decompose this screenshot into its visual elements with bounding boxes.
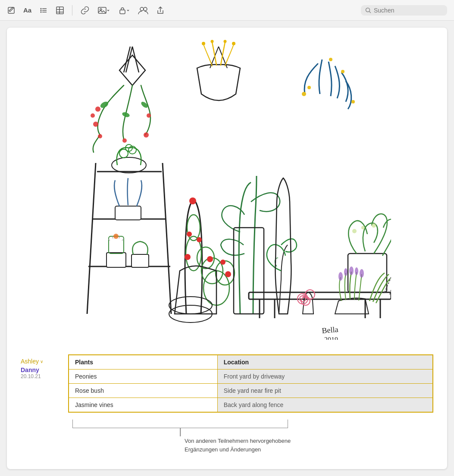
bracket-line — [72, 420, 288, 428]
svg-point-23 — [95, 106, 100, 112]
svg-point-1 — [41, 8, 42, 9]
svg-point-14 — [140, 7, 144, 11]
table-row: Peonies Front yard by driveway — [69, 370, 433, 384]
plant-cell-2: Jasmine vines — [69, 398, 217, 413]
separator-1 — [72, 5, 72, 16]
link-icon[interactable] — [80, 6, 90, 15]
lock-icon[interactable] — [118, 6, 130, 15]
search-input[interactable] — [374, 7, 443, 14]
svg-point-84 — [372, 223, 376, 228]
svg-point-29 — [147, 113, 151, 118]
svg-rect-13 — [120, 10, 125, 14]
bracket-area: Von anderen Teilnehmern hervorgehobene E… — [21, 420, 433, 454]
edit-icon[interactable] — [7, 6, 16, 15]
svg-point-40 — [307, 86, 311, 89]
share-icon[interactable] — [156, 6, 165, 15]
plants-table: Plants Location Peonies Front yard by dr… — [68, 354, 433, 413]
svg-point-2 — [41, 9, 42, 11]
svg-point-65 — [189, 197, 196, 204]
image-icon[interactable] — [97, 6, 110, 15]
svg-point-68 — [185, 254, 191, 260]
svg-point-73 — [207, 256, 213, 262]
svg-point-67 — [197, 237, 202, 242]
svg-point-27 — [122, 138, 127, 143]
svg-point-91 — [344, 268, 348, 276]
table-header-row: Plants Location — [69, 355, 433, 370]
svg-point-25 — [93, 122, 98, 127]
ashley-name: Ashley — [21, 358, 39, 365]
svg-point-92 — [349, 266, 354, 275]
svg-point-75 — [225, 271, 231, 277]
svg-rect-7 — [56, 7, 63, 14]
svg-point-38 — [232, 42, 235, 45]
svg-text:2019: 2019 — [324, 336, 338, 340]
svg-point-89 — [302, 293, 307, 298]
svg-line-17 — [369, 11, 371, 13]
svg-point-90 — [338, 272, 343, 281]
table-row: Rose bush Side yard near fire pit — [69, 384, 433, 398]
svg-point-94 — [360, 269, 364, 278]
svg-point-35 — [202, 42, 205, 45]
svg-point-42 — [341, 70, 344, 73]
svg-point-74 — [220, 260, 225, 265]
svg-point-39 — [302, 92, 306, 96]
svg-point-61 — [113, 234, 119, 239]
col-location-header: Location — [217, 355, 433, 370]
location-cell-0: Front yard by driveway — [217, 370, 433, 384]
danny-date: 20.10.21 — [21, 373, 59, 379]
note-area: Bella 2019 Ashley ∨ Danny 20.10.21 Plan — [7, 28, 447, 469]
bracket-note-line1: Von anderen Teilnehmern hervorgehobene — [185, 438, 291, 444]
table-row: Jasmine vines Back yard along fence — [69, 398, 433, 413]
svg-rect-18 — [63, 38, 391, 340]
plant-cell-1: Rose bush — [69, 384, 217, 398]
svg-point-82 — [352, 229, 357, 233]
main-content: Bella 2019 Ashley ∨ Danny 20.10.21 Plan — [0, 21, 454, 476]
table-section: Ashley ∨ Danny 20.10.21 Plants Location — [21, 354, 433, 413]
col-plants-header: Plants — [69, 355, 217, 370]
svg-point-83 — [361, 226, 365, 229]
svg-point-37 — [223, 40, 226, 43]
plant-cell-0: Peonies — [69, 370, 217, 384]
search-icon — [365, 7, 371, 13]
ashley-chevron: ∨ — [40, 359, 43, 364]
table-icon[interactable] — [56, 6, 64, 15]
danny-collaborator: Danny 20.10.21 — [21, 366, 59, 379]
bracket-note: Von anderen Teilnehmern hervorgehobene E… — [72, 437, 291, 454]
svg-point-41 — [329, 58, 332, 61]
svg-text:Bella: Bella — [321, 325, 338, 335]
svg-point-28 — [144, 132, 149, 138]
svg-point-24 — [91, 113, 95, 118]
svg-rect-54 — [106, 253, 126, 267]
sketch-illustration: Bella 2019 — [63, 38, 391, 341]
bracket-note-line2: Ergänzungen und Änderungen — [185, 446, 261, 453]
svg-point-3 — [41, 11, 42, 13]
svg-point-16 — [366, 8, 370, 12]
toolbar: Aa — [0, 0, 454, 21]
svg-rect-62 — [132, 254, 149, 267]
svg-point-43 — [351, 100, 355, 103]
collaborators-panel: Ashley ∨ Danny 20.10.21 — [21, 354, 59, 379]
danny-name: Danny — [21, 366, 59, 373]
svg-point-26 — [98, 134, 102, 138]
location-cell-1: Side yard near fire pit — [217, 384, 433, 398]
collab-icon[interactable] — [138, 6, 148, 15]
svg-rect-53 — [115, 206, 141, 220]
svg-point-15 — [144, 7, 147, 11]
svg-point-66 — [187, 232, 192, 237]
svg-point-36 — [210, 40, 213, 43]
svg-point-93 — [355, 267, 358, 275]
font-icon[interactable]: Aa — [23, 6, 31, 14]
bracket-pointer — [180, 428, 181, 436]
location-cell-2: Back yard along fence — [217, 398, 433, 413]
search-box[interactable] — [361, 5, 447, 16]
ashley-collaborator[interactable]: Ashley ∨ — [21, 358, 59, 365]
list-icon[interactable] — [39, 6, 48, 15]
